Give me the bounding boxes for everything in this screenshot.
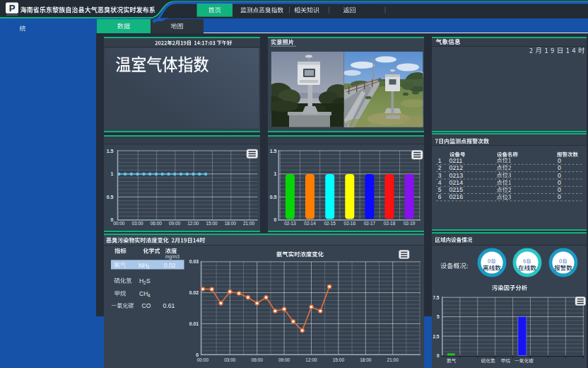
svg-text:02-13: 02-13	[284, 221, 296, 226]
svg-text:0: 0	[558, 186, 561, 193]
svg-text:09:00: 09:00	[169, 221, 181, 226]
svg-text:18:00: 18:00	[225, 221, 237, 226]
svg-text:0213: 0213	[449, 172, 464, 179]
svg-text:5: 5	[438, 186, 442, 193]
svg-text:3: 3	[438, 172, 442, 179]
svg-text:03:00: 03:00	[131, 221, 143, 226]
svg-text:0215: 0215	[449, 186, 464, 193]
svg-text:1.5: 1.5	[270, 149, 277, 154]
svg-text:0.5: 0.5	[270, 195, 277, 200]
svg-text:0: 0	[196, 352, 199, 357]
svg-text:06:00: 06:00	[252, 357, 264, 362]
svg-text:0: 0	[274, 217, 277, 222]
svg-text:0216: 0216	[449, 193, 464, 200]
svg-text:0.01: 0.01	[189, 321, 199, 326]
svg-text:06:00: 06:00	[151, 221, 163, 226]
svg-text:0212: 0212	[449, 164, 464, 171]
svg-text:02-19: 02-19	[404, 221, 416, 226]
svg-text:02-18: 02-18	[384, 221, 396, 226]
svg-text:4: 4	[148, 293, 151, 298]
svg-text:00:00: 00:00	[113, 221, 125, 226]
svg-text:0: 0	[558, 172, 561, 179]
svg-text:0: 0	[437, 353, 440, 358]
svg-text:09:00: 09:00	[278, 357, 290, 362]
svg-text:5: 5	[437, 314, 440, 319]
svg-text:0: 0	[558, 193, 561, 200]
svg-text:02-15: 02-15	[324, 221, 336, 226]
svg-text:15:00: 15:00	[206, 221, 218, 226]
svg-text:0211: 0211	[449, 157, 463, 164]
svg-text:0.02: 0.02	[189, 290, 199, 295]
svg-text:4: 4	[438, 179, 442, 186]
svg-text:0: 0	[558, 179, 561, 186]
svg-text:12:00: 12:00	[305, 357, 317, 362]
svg-text:15:00: 15:00	[333, 357, 345, 362]
svg-text:0: 0	[558, 157, 561, 164]
svg-text:02-14: 02-14	[304, 221, 316, 226]
svg-text:P: P	[9, 3, 16, 13]
svg-text:21:00: 21:00	[243, 221, 255, 226]
svg-text:0.03: 0.03	[189, 259, 199, 264]
svg-text:02-17: 02-17	[364, 221, 376, 226]
svg-text:03:00: 03:00	[224, 357, 236, 362]
svg-text:mg/m3: mg/m3	[165, 254, 180, 260]
svg-text:7.5: 7.5	[433, 295, 439, 300]
svg-text:3: 3	[147, 265, 150, 270]
svg-text:1.5: 1.5	[107, 149, 114, 154]
svg-text:12:00: 12:00	[187, 221, 199, 226]
svg-text:00:00: 00:00	[197, 357, 209, 362]
svg-text:2: 2	[438, 164, 442, 171]
svg-text:CH: CH	[139, 290, 148, 297]
svg-text:S: S	[146, 277, 151, 284]
svg-text:0.02: 0.02	[164, 262, 176, 269]
svg-text:CO: CO	[142, 302, 151, 309]
svg-text:18:00: 18:00	[360, 357, 372, 362]
svg-text:02-16: 02-16	[344, 221, 356, 226]
svg-text:0214: 0214	[449, 179, 464, 186]
svg-text:1: 1	[111, 171, 114, 176]
svg-text:0.61: 0.61	[163, 302, 175, 309]
svg-text:1: 1	[274, 171, 277, 176]
svg-text:0.5: 0.5	[107, 195, 114, 200]
svg-text:2.5: 2.5	[433, 334, 439, 339]
svg-text:0: 0	[558, 164, 561, 171]
svg-text:1: 1	[438, 157, 442, 164]
svg-text:6: 6	[438, 193, 442, 200]
svg-text:21:00: 21:00	[387, 357, 399, 362]
svg-text:NH: NH	[139, 262, 147, 269]
